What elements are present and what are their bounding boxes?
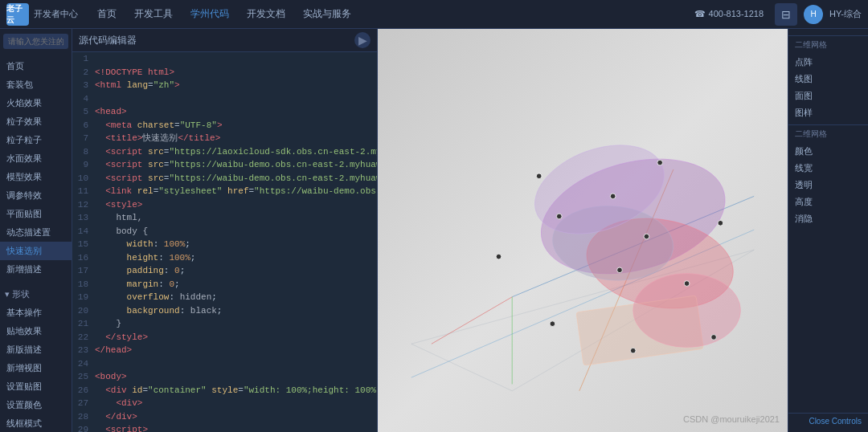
code-panel-title: 源代码编辑器	[79, 34, 137, 47]
code-line-11: 11 <link rel="stylesheet" href="https://…	[72, 185, 377, 198]
viewport-watermark: CSDN @mouruikeji2021	[683, 414, 780, 424]
code-line-9: 9 <script src="https://waibu-demo.obs.cn…	[72, 158, 377, 172]
nav-item-service[interactable]: 实战与服务	[295, 4, 359, 24]
sidebar-item-ground[interactable]: 贴地效果	[0, 322, 72, 340]
code-line-18: 18 margin: 0;	[72, 278, 377, 291]
svg-point-24	[644, 234, 649, 239]
code-line-26: 26 <div id="container" style="width: 100…	[72, 384, 377, 397]
code-line-23: 23</head>	[72, 344, 377, 357]
logo-text-icon: 老子云	[6, 3, 29, 26]
code-line-4: 4	[72, 92, 377, 106]
sidebar-item-newview[interactable]: 新增视图	[0, 359, 72, 377]
sidebar-group-shape-header[interactable]: ▾ 形状	[0, 285, 72, 304]
right-item-dot[interactable]: 点阵	[788, 54, 868, 71]
svg-line-0	[411, 250, 754, 344]
sidebar-item-home[interactable]: 首页	[0, 57, 72, 75]
right-item-pattern[interactable]: 图样	[788, 104, 868, 121]
nav-item-devtools[interactable]: 开发工具	[126, 4, 181, 24]
sidebar-item-water[interactable]: 水面效果	[0, 149, 72, 168]
svg-line-2	[512, 250, 754, 391]
code-line-29: 29 <script>	[72, 423, 377, 432]
code-line-15: 15 width: 100%;	[72, 238, 377, 251]
svg-point-17	[684, 281, 690, 287]
nav-item-home[interactable]: 首页	[89, 4, 125, 24]
monitor-icon[interactable]: ⊟	[775, 3, 797, 26]
code-line-28: 28 </div>	[72, 410, 377, 424]
code-line-16: 16 height: 100%;	[72, 251, 377, 265]
nav-right: ⊟ H HY-综合	[775, 3, 862, 26]
code-line-12: 12 <style>	[72, 198, 377, 212]
right-item-height[interactable]: 高度	[788, 194, 868, 210]
code-line-10: 10 <script src="https://waibu-demo.obs.c…	[72, 172, 377, 185]
svg-line-1	[411, 344, 512, 391]
svg-line-6	[411, 230, 754, 377]
right-item-linewidth[interactable]: 线宽	[788, 160, 868, 177]
sidebar-search-input[interactable]	[3, 34, 68, 49]
sidebar-item-model[interactable]: 模型效果	[0, 168, 72, 186]
nav-avatar[interactable]: H	[804, 5, 823, 24]
code-line-27: 27 <div>	[72, 397, 377, 410]
right-item-color[interactable]: 颜色	[788, 143, 868, 160]
code-line-2: 2<!DOCTYPE html>	[72, 66, 377, 79]
sidebar-item-dynamic[interactable]: 动态描述置	[0, 223, 72, 242]
run-button[interactable]: ▶	[354, 32, 371, 48]
sidebar-item-fire[interactable]: 火焰效果	[0, 94, 72, 112]
nav-item-code[interactable]: 学州代码	[182, 4, 237, 24]
nav-username: HY-综合	[829, 8, 862, 20]
close-controls-button[interactable]: Close Controls	[788, 413, 868, 429]
svg-rect-10	[576, 295, 703, 365]
code-line-3: 3<html lang="zh">	[72, 79, 377, 92]
code-line-13: 13 html,	[72, 211, 377, 225]
sidebar-item-quick[interactable]: 快速选别	[0, 242, 72, 260]
sidebar-item-new-desc[interactable]: 新增描述	[0, 260, 72, 279]
sidebar-item-particle2[interactable]: 粒子粒子	[0, 131, 72, 149]
code-line-24: 24	[72, 357, 377, 371]
left-sidebar: 首页 套装包 火焰效果 粒子效果 粒子粒子 水面效果 模型效果 调参特效 平面贴…	[0, 29, 72, 432]
svg-point-11	[550, 202, 677, 286]
right-item-line[interactable]: 线图	[788, 71, 868, 88]
code-line-25: 25<body>	[72, 370, 377, 384]
code-line-17: 17 padding: 0;	[72, 264, 377, 278]
sidebar-item-wireframe[interactable]: 线框模式	[0, 414, 72, 432]
right-item-opacity[interactable]: 透明	[788, 177, 868, 194]
svg-point-25	[617, 267, 623, 273]
right-item-face[interactable]: 面图	[788, 88, 868, 104]
viewport[interactable]: CSDN @mouruikeji2021	[378, 29, 788, 432]
code-line-19: 19 overflow: hidden;	[72, 291, 377, 304]
svg-line-7	[579, 169, 674, 391]
code-line-7: 7 <title>快速选别</title>	[72, 132, 377, 145]
code-editor[interactable]: 1 2<!DOCTYPE html> 3<html lang="zh"> 4 5…	[72, 52, 377, 432]
svg-line-4	[432, 297, 512, 344]
sidebar-item-setcolor[interactable]: 设置颜色	[0, 396, 72, 414]
sidebar-search-container	[0, 29, 72, 54]
svg-point-13	[522, 128, 676, 250]
svg-point-20	[550, 321, 555, 327]
svg-point-8	[528, 141, 738, 293]
nav-items: 首页 开发工具 学州代码 开发文档 实战与服务	[89, 4, 691, 24]
code-line-14: 14 body {	[72, 225, 377, 238]
right-section2-title: 二维网格	[788, 124, 868, 143]
sidebar-item-newver[interactable]: 新版描述	[0, 340, 72, 359]
svg-line-3	[512, 196, 754, 296]
sidebar-item-kit[interactable]: 套装包	[0, 75, 72, 94]
code-line-22: 22 </style>	[72, 331, 377, 344]
svg-point-15	[657, 160, 663, 165]
top-nav: 老子云 开发者中心 首页 开发工具 学州代码 开发文档 实战与服务 ☎ 400-…	[0, 0, 868, 29]
right-panel: 二维网格 点阵 线图 面图 图样 二维网格 颜色 线宽 透明 高度 消隐 Clo…	[788, 29, 868, 432]
logo-icon: 老子云	[6, 3, 29, 26]
right-section1-title: 二维网格	[788, 35, 868, 54]
svg-point-12	[633, 274, 741, 348]
sidebar-item-settex[interactable]: 设置贴图	[0, 377, 72, 396]
nav-item-docs[interactable]: 开发文档	[239, 4, 293, 24]
sidebar-item-tune[interactable]: 调参特效	[0, 186, 72, 205]
svg-point-9	[579, 207, 740, 319]
svg-point-16	[718, 220, 723, 226]
sidebar-item-particle[interactable]: 粒子效果	[0, 112, 72, 131]
code-line-20: 20 background: black;	[72, 304, 377, 318]
sidebar-item-basic[interactable]: 基本操作	[0, 304, 72, 322]
main-layout: 首页 套装包 火焰效果 粒子效果 粒子粒子 水面效果 模型效果 调参特效 平面贴…	[0, 29, 868, 432]
sidebar-item-flat[interactable]: 平面贴图	[0, 205, 72, 223]
svg-point-21	[496, 254, 502, 259]
right-item-hidden[interactable]: 消隐	[788, 210, 868, 227]
code-line-8: 8 <script src="https://laoxicloud-sdk.ob…	[72, 145, 377, 159]
